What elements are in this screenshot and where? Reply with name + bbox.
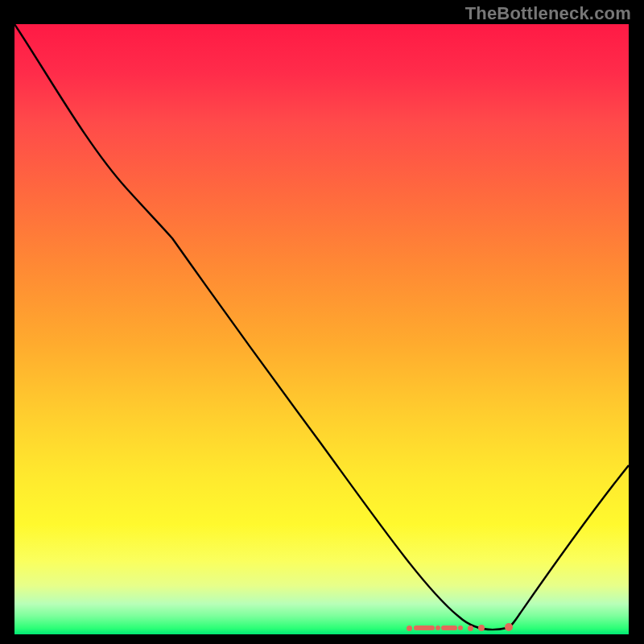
chart-frame [14,24,629,634]
chart-curve [14,24,629,634]
watermark-text: TheBottleneck.com [465,3,631,24]
bottleneck-curve-path [14,24,629,630]
